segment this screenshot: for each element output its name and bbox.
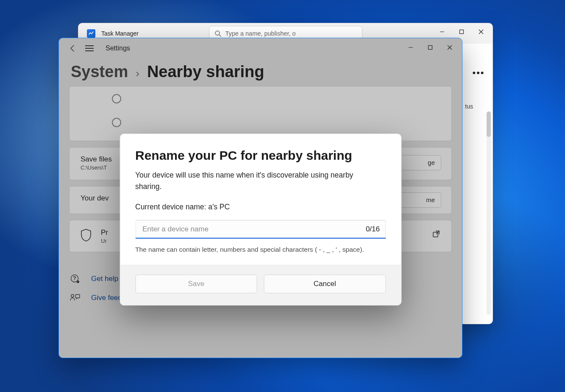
device-name-input-wrap: 0/16 <box>135 220 386 239</box>
nav-toggle-button[interactable] <box>82 41 97 56</box>
search-icon <box>214 30 221 37</box>
radio-option[interactable] <box>112 94 121 103</box>
privacy-title: Pr <box>101 228 108 237</box>
more-button[interactable]: ••• <box>470 64 487 82</box>
radio-option[interactable] <box>112 118 121 127</box>
minimize-button[interactable] <box>401 39 420 56</box>
breadcrumb: System › Nearby sharing <box>59 58 462 86</box>
privacy-subtitle: Ur <box>101 238 108 244</box>
svg-text:?: ? <box>73 275 76 281</box>
maximize-button[interactable] <box>420 39 440 56</box>
rename-pc-dialog: Rename your PC for nearby sharing Your d… <box>120 133 401 306</box>
taskmgr-column-status: tus <box>465 103 473 110</box>
help-icon: ? <box>69 274 81 284</box>
settings-app-name: Settings <box>106 44 130 52</box>
taskmgr-app-icon <box>87 29 95 38</box>
dialog-title: Rename your PC for nearby sharing <box>135 148 386 163</box>
svg-point-21 <box>71 295 74 297</box>
svg-rect-22 <box>75 295 80 298</box>
open-external-icon <box>432 230 440 240</box>
breadcrumb-root[interactable]: System <box>71 63 128 81</box>
close-button[interactable] <box>471 23 491 40</box>
privacy-texts: Pr Ur <box>101 228 108 244</box>
svg-line-1 <box>219 35 221 36</box>
char-count: 0/16 <box>366 220 380 239</box>
settings-window: Settings System › Nearby sharing <box>58 38 462 358</box>
save-button[interactable]: Save <box>135 275 257 293</box>
nearby-sharing-visibility-card <box>69 86 452 141</box>
taskmgr-title: Task Manager <box>101 30 139 37</box>
settings-titlebar: Settings <box>59 38 462 58</box>
shield-icon <box>81 229 92 243</box>
svg-point-0 <box>215 31 220 35</box>
svg-rect-3 <box>460 30 464 34</box>
desktop-wallpaper: Task Manager Type a name, publisher, o <box>0 0 565 392</box>
cancel-button[interactable]: Cancel <box>264 275 386 293</box>
taskmgr-search-placeholder: Type a name, publisher, o <box>225 30 296 37</box>
svg-rect-13 <box>429 46 432 50</box>
back-button[interactable] <box>65 41 80 56</box>
dialog-body: Rename your PC for nearby sharing Your d… <box>120 134 401 265</box>
svg-point-20 <box>77 281 79 283</box>
device-name-input[interactable] <box>135 220 386 239</box>
dialog-actions: Save Cancel <box>120 265 401 305</box>
dialog-current-name: Current device name: a's PC <box>135 203 386 211</box>
settings-window-controls <box>401 39 459 56</box>
get-help-label: Get help <box>91 275 118 283</box>
close-button[interactable] <box>440 39 459 56</box>
dialog-description: Your device will use this name when it's… <box>135 170 373 192</box>
chevron-right-icon: › <box>136 67 139 80</box>
breadcrumb-page: Nearby sharing <box>147 63 264 81</box>
scrollbar[interactable] <box>487 111 491 315</box>
feedback-icon <box>69 294 81 302</box>
dialog-hint: The name can contain letter, numbers and… <box>135 245 386 254</box>
